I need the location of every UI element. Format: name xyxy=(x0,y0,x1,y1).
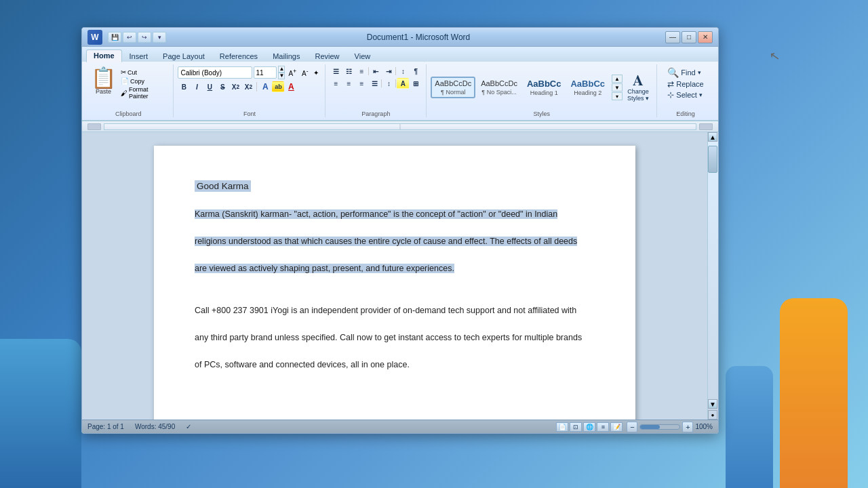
font-size-input[interactable] xyxy=(254,66,277,79)
close-button[interactable]: ✕ xyxy=(698,31,713,43)
tab-references[interactable]: References xyxy=(212,50,265,62)
view-print-button[interactable]: 📄 xyxy=(556,422,568,432)
text-effects-button[interactable]: A xyxy=(259,81,271,92)
font-size-up[interactable]: ▲ xyxy=(278,66,285,73)
show-hide-button[interactable]: ¶ xyxy=(410,66,422,77)
tab-home[interactable]: Home xyxy=(86,49,122,62)
minimize-button[interactable]: — xyxy=(665,31,680,43)
word-window: W 💾 ↩ ↪ ▾ Document1 - Microsoft Word — □… xyxy=(81,27,719,434)
doc-para2: religions understood as that which cause… xyxy=(195,230,595,251)
zoom-level: 100% xyxy=(695,423,713,430)
tab-page-layout[interactable]: Page Layout xyxy=(155,50,212,62)
align-sep xyxy=(381,79,382,87)
font-name-input[interactable] xyxy=(178,66,252,79)
align-left-button[interactable]: ≡ xyxy=(330,78,342,89)
style-normal[interactable]: AaBbCcDc ¶ Normal xyxy=(431,77,475,98)
view-outline-button[interactable]: ≡ xyxy=(597,422,609,432)
bullet-list-button[interactable]: ☰ xyxy=(330,66,342,77)
font-color-button[interactable]: A xyxy=(285,81,297,92)
zoom-out-button[interactable]: − xyxy=(627,422,637,432)
paragraph-label: Paragraph xyxy=(361,110,390,117)
bg-decoration-right2 xyxy=(726,366,773,488)
list-row: ☰ ☷ ≡ ⇤ ⇥ ↕ ¶ xyxy=(330,66,422,77)
view-fullscreen-button[interactable]: ⊡ xyxy=(570,422,582,432)
shading-button[interactable]: A xyxy=(397,78,409,89)
status-right: 📄 ⊡ 🌐 ≡ 📝 − + 100% xyxy=(556,422,713,432)
styles-scroll-up[interactable]: ▲ xyxy=(612,75,623,83)
copy-button[interactable]: 📄 Copy xyxy=(121,77,169,85)
font-size-down[interactable]: ▼ xyxy=(278,73,285,79)
increase-indent-button[interactable]: ⇥ xyxy=(382,66,395,77)
paste-button[interactable]: 📋 Paste xyxy=(87,66,119,97)
replace-icon: ⇄ xyxy=(667,79,674,89)
select-icon: ⊹ xyxy=(667,90,674,100)
change-styles-button[interactable]: 𝐀 ChangeStyles ▾ xyxy=(624,71,652,104)
scroll-up-button[interactable]: ▲ xyxy=(708,132,717,142)
ruler-handle-left[interactable] xyxy=(87,123,101,130)
text-highlight-button[interactable]: ab xyxy=(272,81,284,92)
select-button[interactable]: ⊹ Select ▾ xyxy=(667,90,703,100)
ruler xyxy=(82,121,718,132)
maximize-button[interactable]: □ xyxy=(682,31,696,43)
cut-button[interactable]: ✂ Cut xyxy=(121,68,169,76)
multilevel-list-button[interactable]: ≡ xyxy=(355,66,368,77)
strikethrough-button[interactable]: S xyxy=(216,81,229,92)
styles-scroll-down[interactable]: ▼ xyxy=(612,83,623,92)
line-spacing-button[interactable]: ↕ xyxy=(382,78,395,89)
editing-label: Editing xyxy=(676,110,695,117)
document-scroll[interactable]: Good Karma Karma (Sanskrit) karman- "act… xyxy=(82,132,707,420)
doc-footer-block: Call +800 237 3901 iYogi is an independe… xyxy=(195,299,595,375)
styles-more[interactable]: ▾ xyxy=(612,92,623,100)
view-draft-button[interactable]: 📝 xyxy=(610,422,623,432)
doc-para1: Karma (Sanskrit) karman- "act, action, p… xyxy=(195,203,595,224)
tab-review[interactable]: Review xyxy=(307,50,347,62)
spell-check-icon[interactable]: ✓ xyxy=(186,423,191,430)
ruler-handle-right[interactable] xyxy=(699,123,713,130)
zoom-in-button[interactable]: + xyxy=(682,422,693,432)
style-heading2[interactable]: AaBbCc Heading 2 xyxy=(566,76,609,99)
superscript-button[interactable]: X2 xyxy=(242,81,254,92)
zoom-slider[interactable] xyxy=(639,424,680,430)
style-h1-label: Heading 1 xyxy=(527,89,561,96)
decrease-indent-button[interactable]: ⇤ xyxy=(370,66,382,77)
doc-title-block: Good Karma xyxy=(195,180,595,192)
zoom-controls: − + 100% xyxy=(627,422,713,432)
find-icon: 🔍 xyxy=(667,67,679,78)
number-list-button[interactable]: ☷ xyxy=(342,66,355,77)
doc-title: Good Karma xyxy=(195,180,251,192)
style-no-spacing[interactable]: AaBbCcDc ¶ No Spaci... xyxy=(477,77,521,98)
replace-button[interactable]: ⇄ Replace xyxy=(667,79,703,89)
scroll-down-button[interactable]: ▼ xyxy=(708,399,717,409)
scrollbar-vertical[interactable]: ▲ ▼ ● xyxy=(707,132,718,420)
clear-format-button[interactable]: ✦ xyxy=(311,68,321,77)
subscript-button[interactable]: X2 xyxy=(229,81,241,92)
style-heading1[interactable]: AaBbCc Heading 1 xyxy=(523,76,566,99)
scroll-select-browse[interactable]: ● xyxy=(708,410,717,420)
para3-text: are viewed as actively shaping past, pre… xyxy=(195,264,454,273)
border-button[interactable]: ⊞ xyxy=(410,78,422,89)
save-quick-icon[interactable]: 💾 xyxy=(108,32,121,43)
find-button[interactable]: 🔍 Find ▾ xyxy=(667,67,701,78)
tab-insert[interactable]: Insert xyxy=(122,50,156,62)
tab-mailings[interactable]: Mailings xyxy=(265,50,307,62)
undo-quick-icon[interactable]: ↩ xyxy=(123,32,136,43)
italic-button[interactable]: I xyxy=(191,81,203,92)
view-web-button[interactable]: 🌐 xyxy=(583,422,595,432)
bold-button[interactable]: B xyxy=(178,81,190,92)
document-area: Good Karma Karma (Sanskrit) karman- "act… xyxy=(82,132,718,420)
scroll-thumb[interactable] xyxy=(708,146,717,173)
underline-button[interactable]: U xyxy=(203,81,216,92)
justify-button[interactable]: ☰ xyxy=(368,78,380,89)
tab-view[interactable]: View xyxy=(347,50,378,62)
align-right-button[interactable]: ≡ xyxy=(355,78,368,89)
redo-quick-icon[interactable]: ↪ xyxy=(138,32,151,43)
align-center-button[interactable]: ≡ xyxy=(342,78,355,89)
format-painter-button[interactable]: 🖌 Format Painter xyxy=(121,86,169,100)
shrink-font-button[interactable]: A- xyxy=(300,67,310,78)
paragraph-content: ☰ ☷ ≡ ⇤ ⇥ ↕ ¶ ≡ ≡ ≡ ☰ ↕ xyxy=(330,64,422,109)
paste-label: Paste xyxy=(96,88,111,95)
sort-button[interactable]: ↕ xyxy=(397,66,409,77)
customize-quick-icon[interactable]: ▾ xyxy=(153,32,166,43)
style-h1-preview: AaBbCc xyxy=(527,79,561,89)
grow-font-button[interactable]: A+ xyxy=(286,67,298,78)
